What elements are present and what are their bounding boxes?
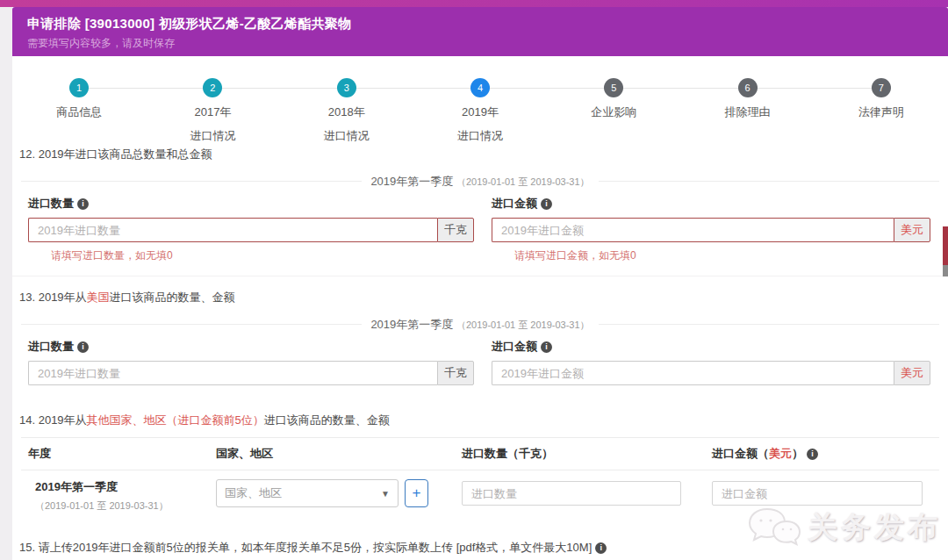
us-import-qty-input[interactable] — [28, 361, 437, 385]
import-amt-label-text: 进口金额 — [492, 197, 537, 210]
form-banner: 申请排除 [39013000] 初级形状乙烯-乙酸乙烯酯共聚物 需要填写内容较多… — [12, 7, 948, 56]
section-12-heading-text: 12. 2019年进口该商品总数量和总金额 — [19, 147, 212, 161]
countries-table: 年度 国家、地区 进口数量（千克） 进口金额（美元）i 2019年第一季度 （2… — [21, 437, 939, 527]
import-qty-label: 进口数量i — [28, 196, 474, 212]
section-15-heading: 15. 请上传2019年进口金额前5位的报关单，如本年度报关单不足5份，按实际单… — [12, 527, 948, 556]
step-5-label: 企业影响 — [547, 104, 680, 121]
section-13-us-imports: 13. 2019年从美国进口该商品的数量、金额 2019年第一季度 （2019-… — [12, 276, 948, 399]
top-accent-strip — [0, 0, 948, 7]
step-6-dot[interactable]: 6 — [738, 78, 758, 97]
info-icon[interactable]: i — [807, 449, 818, 460]
step-7-label: 法律声明 — [815, 104, 948, 121]
step-3-dot[interactable]: 3 — [337, 78, 356, 97]
page-title: 申请排除 [39013000] 初级形状乙烯-乙酸乙烯酯共聚物 — [27, 16, 948, 32]
step-6-label2 — [680, 127, 814, 145]
section-13-heading-red: 美国 — [87, 291, 110, 304]
amt-error-message: 请填写进口金额，如无填0 — [514, 248, 930, 263]
quarter-dates: （2019-01-01 至 2019-03-31） — [456, 176, 590, 187]
import-qty-label: 进口数量i — [28, 339, 474, 355]
step-3-label: 2018年 — [280, 104, 413, 121]
col-header-amt-suffix: ） — [792, 447, 803, 460]
col-header-year: 年度 — [21, 446, 216, 462]
quarter-title: 2019年第一季度 — [370, 175, 453, 188]
unit-kg-addon: 千克 — [437, 218, 474, 242]
col-header-country: 国家、地区 — [216, 446, 462, 462]
section-14-heading-prefix: 14. 2019年从 — [19, 413, 87, 427]
col-header-amt-currency: 美元 — [769, 447, 792, 460]
table-row: 2019年第一季度 （2019-01-01 至 2019-03-31） 国家、地… — [21, 470, 939, 527]
section-13-heading-suffix: 进口该商品的数量、金额 — [110, 291, 235, 304]
step-2-label: 2017年 — [146, 104, 279, 121]
step-3-label2: 进口情况 — [280, 127, 413, 145]
col-header-amt-prefix: 进口金额（ — [712, 447, 769, 460]
section-14-heading-red: 其他国家、地区（进口金额前5位） — [87, 413, 264, 427]
col-header-amt: 进口金额（美元）i — [712, 446, 939, 462]
unit-usd-addon: 美元 — [894, 361, 930, 385]
import-qty-label-text: 进口数量 — [28, 340, 74, 353]
step-1-dot[interactable]: 1 — [69, 78, 89, 97]
step-1-label2 — [12, 127, 146, 145]
total-import-qty-input[interactable] — [28, 218, 437, 242]
row-period: 2019年第一季度 — [28, 479, 216, 495]
step-2-label2: 进口情况 — [146, 127, 279, 145]
unit-usd-addon: 美元 — [894, 218, 930, 242]
scrollbar-thumb[interactable] — [943, 226, 948, 265]
col-header-qty: 进口数量（千克） — [462, 446, 712, 462]
info-icon[interactable]: i — [541, 198, 552, 210]
page-subtitle: 需要填写内容较多，请及时保存 — [27, 36, 948, 51]
total-import-amt-input[interactable] — [492, 218, 894, 242]
section-12-quarter-panel: 2019年第一季度 （2019-01-01 至 2019-03-31） 进口数量… — [12, 173, 948, 276]
step-2-dot[interactable]: 2 — [203, 78, 222, 97]
row-import-amt-input[interactable] — [712, 481, 923, 506]
unit-kg-addon: 千克 — [437, 361, 474, 385]
step-4-label2: 进口情况 — [413, 127, 547, 145]
quarter-divider-12: 2019年第一季度 （2019-01-01 至 2019-03-31） — [21, 173, 939, 189]
main-card: 申请排除 [39013000] 初级形状乙烯-乙酸乙烯酯共聚物 需要填写内容较多… — [12, 7, 948, 560]
section-14-heading-suffix: 进口该商品的数量、金额 — [264, 413, 390, 427]
row-period-dates: （2019-01-01 至 2019-03-31） — [28, 499, 216, 513]
import-amt-label: 进口金额i — [492, 339, 930, 355]
country-select-placeholder: 国家、地区 — [225, 485, 282, 501]
page: 申请排除 [39013000] 初级形状乙烯-乙酸乙烯酯共聚物 需要填写内容较多… — [0, 0, 948, 560]
step-4-dot[interactable]: 4 — [470, 78, 490, 97]
qty-error-message: 请填写进口数量，如无填0 — [51, 248, 474, 263]
scrollbar-thumb-secondary[interactable] — [943, 265, 948, 276]
section-15-heading-text: 15. 请上传2019年进口金额前5位的报关单，如本年度报关单不足5份，按实际单… — [19, 541, 592, 554]
info-icon[interactable]: i — [595, 542, 607, 554]
quarter-title: 2019年第一季度 — [370, 318, 453, 331]
section-13-heading-prefix: 13. 2019年从 — [19, 291, 87, 304]
info-icon[interactable]: i — [77, 341, 89, 353]
import-amt-label-text: 进口金额 — [492, 340, 537, 353]
section-13-heading: 13. 2019年从美国进口该商品的数量、金额 — [12, 276, 948, 305]
section-14-other-countries: 14. 2019年从其他国家、地区（进口金额前5位）进口该商品的数量、金额 年度… — [12, 399, 948, 527]
country-select[interactable]: 国家、地区 ▼ — [216, 479, 399, 507]
chevron-down-icon: ▼ — [381, 489, 390, 499]
wizard-stepper: 1 商品信息 2 2017年 进口情况 3 2018年 进口情况 4 2019年 — [12, 56, 948, 133]
section-13-quarter-panel: 2019年第一季度 （2019-01-01 至 2019-03-31） 进口数量… — [12, 316, 948, 399]
table-header-row: 年度 国家、地区 进口数量（千克） 进口金额（美元）i — [21, 437, 939, 470]
import-qty-label-text: 进口数量 — [28, 197, 74, 210]
import-amt-label: 进口金额i — [492, 196, 930, 212]
info-icon[interactable]: i — [77, 198, 89, 210]
step-1-label: 商品信息 — [12, 104, 146, 121]
section-12-total-imports: 12. 2019年进口该商品总数量和总金额 2019年第一季度 （2019-01… — [12, 133, 948, 276]
section-14-heading: 14. 2019年从其他国家、地区（进口金额前5位）进口该商品的数量、金额 — [12, 399, 948, 428]
step-4-label: 2019年 — [413, 104, 547, 121]
step-7-label2 — [815, 127, 948, 145]
info-icon[interactable]: i — [541, 341, 552, 353]
step-7-dot[interactable]: 7 — [872, 78, 891, 97]
step-5-dot[interactable]: 5 — [604, 78, 623, 97]
row-import-qty-input[interactable] — [462, 481, 681, 506]
quarter-divider-13: 2019年第一季度 （2019-01-01 至 2019-03-31） — [21, 316, 939, 332]
section-15-upload-declarations: 15. 请上传2019年进口金额前5位的报关单，如本年度报关单不足5份，按实际单… — [12, 527, 948, 560]
step-6-label: 排除理由 — [680, 104, 814, 121]
add-country-row-button[interactable]: + — [405, 479, 428, 507]
quarter-dates: （2019-01-01 至 2019-03-31） — [456, 319, 590, 330]
step-5-label2 — [547, 127, 680, 145]
us-import-amt-input[interactable] — [492, 361, 894, 385]
